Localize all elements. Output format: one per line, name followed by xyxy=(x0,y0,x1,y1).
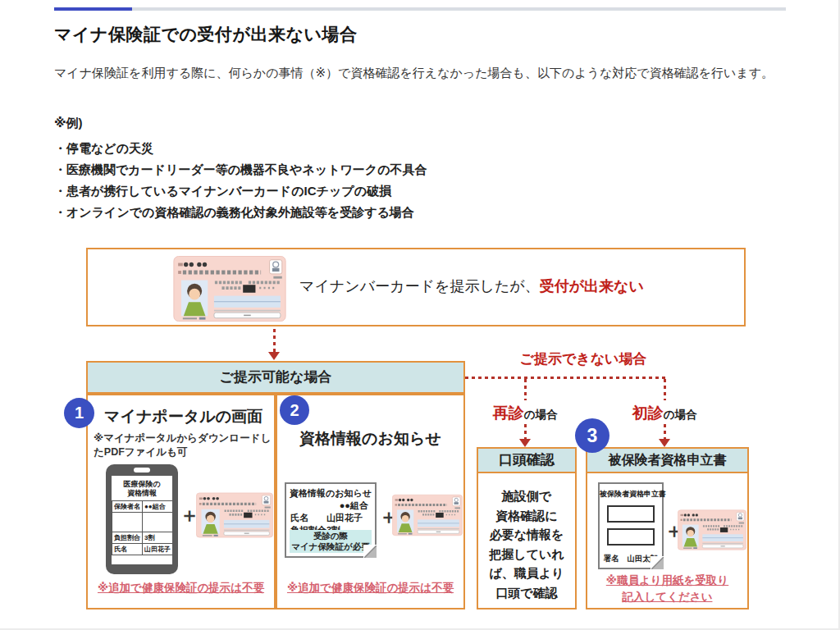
paper-highlight-line: マイナ保険証が必要 xyxy=(290,541,372,552)
mynumber-card-illustration xyxy=(678,508,746,552)
table-cell: ●●組合 xyxy=(143,501,173,513)
panel-eligibility-notice: 資格情報のお知らせ 資格情報のお知らせ ●●組合 氏名山田花子 負担割合3割 受… xyxy=(276,394,465,609)
dotted-connector xyxy=(273,329,276,353)
body-line: 資格確認に xyxy=(478,506,575,526)
flow-top-text: マイナンバーカードを提示したが、受付が出来ない xyxy=(299,276,644,296)
panel-mynaportal-note: ※追加で健康保険証の提示は不要 xyxy=(88,581,274,596)
paper-title: 資格情報のお知らせ xyxy=(286,487,375,500)
panel-mynaportal-subtitle: たPDFファイルも可 xyxy=(94,445,187,459)
flow-top-text-black: マイナンバーカードを提示したが、 xyxy=(299,278,540,294)
dotted-connector xyxy=(664,424,666,440)
paper-highlight: 受診の際 マイナ保険証が必要 xyxy=(290,530,372,553)
flow-top-text-red: 受付が出来ない xyxy=(540,278,644,294)
table-cell xyxy=(143,513,173,532)
smartphone-illustration: 医療保険の 資格情報 保険者名●●組合 負担割合3割 氏名山田花子 xyxy=(106,464,178,574)
list-item: ・医療機関でカードリーダー等の機器不良やネットワークの不具合 xyxy=(54,159,427,180)
paper-name-label: 氏名 xyxy=(290,512,326,524)
panel-eligibility-title: 資格情報のお知らせ xyxy=(277,428,463,450)
panel-eligibility-declaration: 被保険者資格申立書 被保険者資格申立書 署名 山田太郎 ＋ ※職員より用紙を受取… xyxy=(586,447,749,609)
paper-sign-label: 署名 xyxy=(604,554,619,563)
panel-declaration-note: ※職員より用紙を受取り xyxy=(587,573,747,588)
phone-info-table: 保険者名●●組合 負担割合3割 氏名山田花子 xyxy=(112,500,172,555)
dotted-connector xyxy=(465,377,666,379)
panel-mynaportal: マイナポータルの画面 ※マイナポータルからダウンロードし たPDFファイルも可 … xyxy=(86,394,276,609)
panel-mynaportal-title: マイナポータルの画面 xyxy=(104,406,262,427)
first-visit-case-label: 初診の場合 xyxy=(611,403,718,424)
body-line: 施設側で xyxy=(478,486,575,506)
example-label: ※例) xyxy=(54,116,83,131)
panel-verbal-body: 施設側で 資格確認に 必要な情報を 把握していれ ば、職員より 口頭で確認 xyxy=(478,486,575,602)
step-1-badge: 1 xyxy=(64,398,94,428)
panel-mynaportal-subtitle: ※マイナポータルからダウンロードし xyxy=(94,431,271,445)
flow-top-box: マイナンバーカードを提示したが、受付が出来ない xyxy=(86,248,746,326)
table-cell: 氏名 xyxy=(112,544,143,555)
panel-declaration-header: 被保険者資格申立書 xyxy=(586,447,749,473)
paper-highlight-line: 受診の際 xyxy=(290,531,372,541)
mynumber-card-illustration xyxy=(392,492,463,538)
paper-title: 被保険者資格申立書 xyxy=(600,489,662,500)
table-cell: 3割 xyxy=(143,532,173,544)
paper-fold-icon xyxy=(364,546,377,558)
dotted-connector xyxy=(524,379,527,400)
intro-paragraph: マイナ保険証を利用する際に、何らかの事情（※）で資格確認を行えなかった場合も、以… xyxy=(54,62,790,84)
body-line: ば、職員より xyxy=(478,564,575,583)
step-3-badge: 3 xyxy=(575,418,609,453)
example-list: ・停電などの天災 ・医療機関でカードリーダー等の機器不良やネットワークの不具合 … xyxy=(54,138,427,223)
body-line: 把握していれ xyxy=(478,545,575,564)
panel-verbal-confirmation: 口頭確認 施設側で 資格確認に 必要な情報を 把握していれ ば、職員より 口頭で… xyxy=(477,447,577,609)
presentable-case-header: ご提示可能な場合 xyxy=(86,361,465,394)
panel-eligibility-note: ※追加で健康保険証の提示は不要 xyxy=(277,581,463,596)
mynumber-card-illustration xyxy=(196,490,273,541)
mynumber-card-illustration xyxy=(171,256,289,322)
first-visit-em: 初診 xyxy=(632,404,664,422)
paper-fold-icon xyxy=(651,557,664,569)
list-item: ・患者が携行しているマイナンバーカードのICチップの破損 xyxy=(54,180,427,202)
body-line: 口頭で確認 xyxy=(478,583,575,603)
paper-org: ●●組合 xyxy=(286,500,375,512)
panel-declaration-note: 記入してください xyxy=(587,590,747,605)
list-item: ・停電などの天災 xyxy=(54,138,427,159)
table-cell: 保険者名 xyxy=(112,501,143,513)
revisit-em: 再診 xyxy=(493,404,524,422)
notice-paper-illustration: 資格情報のお知らせ ●●組合 氏名山田花子 負担割合3割 受診の際 マイナ保険証… xyxy=(285,482,377,558)
phone-screen-header: 医療保険の xyxy=(112,480,172,489)
not-presentable-label: ご提示できない場合 xyxy=(501,349,665,368)
phone-notch xyxy=(134,468,150,472)
declaration-paper-illustration: 被保険者資格申立書 署名 山田太郎 xyxy=(598,482,664,569)
dotted-connector xyxy=(664,379,666,400)
phone-screen: 医療保険の 資格情報 保険者名●●組合 負担割合3割 氏名山田花子 xyxy=(112,476,172,564)
paper-name-value: 山田花子 xyxy=(326,513,363,523)
list-item: ・オンラインでの資格確認の義務化対象外施設等を受診する場合 xyxy=(54,202,427,223)
arrow-down-icon xyxy=(519,439,531,447)
revisit-case-label: 再診の場合 xyxy=(472,403,578,424)
blank-field xyxy=(607,528,655,546)
arrow-down-icon xyxy=(659,439,670,447)
page-title: マイナ保険証での受付が出来ない場合 xyxy=(54,23,357,46)
body-line: 必要な情報を xyxy=(478,525,575,545)
table-cell xyxy=(112,513,143,532)
article-page: マイナ保険証での受付が出来ない場合 マイナ保険証を利用する際に、何らかの事情（※… xyxy=(0,0,840,630)
first-visit-rest: の場合 xyxy=(664,409,697,421)
revisit-rest: の場合 xyxy=(524,409,558,421)
phone-screen-header: 資格情報 xyxy=(112,489,172,498)
table-cell: 山田花子 xyxy=(143,544,173,555)
blank-field xyxy=(607,505,655,523)
panel-verbal-header: 口頭確認 xyxy=(477,447,577,473)
section-divider-accent xyxy=(54,7,132,11)
section-divider xyxy=(54,7,786,11)
table-cell: 負担割合 xyxy=(112,532,143,544)
arrow-down-icon xyxy=(268,352,280,360)
step-2-badge: 2 xyxy=(280,395,309,425)
dotted-connector xyxy=(524,424,527,440)
